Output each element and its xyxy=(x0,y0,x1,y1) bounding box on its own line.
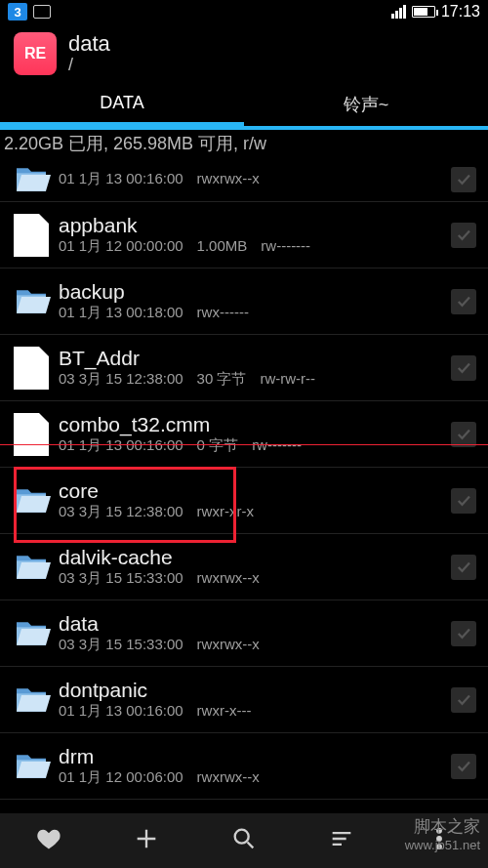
tab-data[interactable]: DATA xyxy=(0,81,244,126)
file-meta: 01 1月 12 00:06:00rwxrwx--x xyxy=(59,768,447,787)
list-item[interactable]: appbank01 1月 12 00:00:001.00MBrw------- xyxy=(0,202,488,269)
file-name: dalvik-cache xyxy=(59,546,447,569)
search-button[interactable] xyxy=(195,825,293,856)
folder-icon xyxy=(12,681,51,720)
list-item[interactable]: data03 3月 15 15:33:00rwxrwx--x xyxy=(0,600,488,667)
file-icon xyxy=(14,347,49,390)
file-meta: 01 1月 13 00:18:00rwx------ xyxy=(59,304,447,322)
file-list[interactable]: 01 1月 13 00:16:00rwxrwx--xappbank01 1月 1… xyxy=(0,157,488,800)
battery-icon xyxy=(412,6,435,18)
list-item[interactable]: backup01 1月 13 00:18:00rwx------ xyxy=(0,269,488,335)
folder-icon xyxy=(12,747,51,786)
file-name: backup xyxy=(59,280,447,304)
signal-icon xyxy=(391,5,406,19)
select-checkbox[interactable] xyxy=(451,422,476,447)
tab-ringtones[interactable]: 铃声~ xyxy=(244,81,488,126)
select-checkbox[interactable] xyxy=(451,223,476,248)
file-name: BT_Addr xyxy=(59,347,447,370)
select-checkbox[interactable] xyxy=(451,687,476,713)
list-item[interactable]: drm01 1月 12 00:06:00rwxrwx--x xyxy=(0,733,488,800)
tabs: DATA 铃声~ xyxy=(0,81,488,126)
folder-icon xyxy=(12,282,51,321)
file-meta: 01 1月 13 00:16:00rwxr-x--- xyxy=(59,702,447,721)
sort-icon xyxy=(328,825,355,856)
select-checkbox[interactable] xyxy=(451,488,476,514)
status-bar: 3 17:13 xyxy=(0,0,488,23)
add-button[interactable] xyxy=(98,825,195,856)
app-header: RE data / xyxy=(0,23,488,81)
select-checkbox[interactable] xyxy=(451,355,476,381)
folder-icon xyxy=(12,160,51,199)
file-meta: 01 1月 13 00:16:00rwxrwx--x xyxy=(59,170,447,188)
watermark-name: 脚本之家 xyxy=(405,815,480,838)
heart-icon xyxy=(35,825,62,856)
file-meta: 03 3月 15 12:38:00rwxr-xr-x xyxy=(59,503,447,521)
list-item[interactable]: dontpanic01 1月 13 00:16:00rwxr-x--- xyxy=(0,667,488,733)
folder-icon xyxy=(12,614,51,653)
plus-icon xyxy=(133,825,160,856)
select-checkbox[interactable] xyxy=(451,289,476,314)
notification-badge: 3 xyxy=(8,3,27,21)
select-checkbox[interactable] xyxy=(451,621,476,646)
file-name: combo_t32.cmm xyxy=(59,413,447,436)
file-name: dontpanic xyxy=(59,679,447,702)
file-name: appbank xyxy=(59,214,447,237)
app-icon: RE xyxy=(14,32,57,75)
folder-icon xyxy=(12,548,51,587)
bottom-toolbar: 脚本之家 www.jb51.net xyxy=(0,813,488,868)
favorite-button[interactable] xyxy=(0,825,98,856)
watermark-url: www.jb51.net xyxy=(405,838,480,852)
select-checkbox[interactable] xyxy=(451,555,476,580)
file-meta: 01 1月 13 00:16:000 字节rw------- xyxy=(59,436,447,455)
svg-point-0 xyxy=(235,830,249,844)
folder-icon xyxy=(12,481,51,520)
storage-status: 2.20GB 已用, 265.98MB 可用, r/w xyxy=(0,130,488,157)
file-meta: 03 3月 15 15:33:00rwxrwx--x xyxy=(59,569,447,588)
list-item[interactable]: core03 3月 15 12:38:00rwxr-xr-x xyxy=(0,468,488,534)
file-meta: 03 3月 15 12:38:0030 字节rw-rw-r-- xyxy=(59,370,447,389)
select-checkbox[interactable] xyxy=(451,167,476,192)
list-item[interactable]: dalvik-cache03 3月 15 15:33:00rwxrwx--x xyxy=(0,534,488,600)
list-item[interactable]: combo_t32.cmm01 1月 13 00:16:000 字节rw----… xyxy=(0,401,488,468)
file-name: core xyxy=(59,479,447,503)
select-checkbox[interactable] xyxy=(451,754,476,779)
file-meta: 01 1月 12 00:00:001.00MBrw------- xyxy=(59,237,447,256)
search-icon xyxy=(230,825,258,856)
sort-button[interactable] xyxy=(293,825,390,856)
annotation-line xyxy=(0,444,488,445)
status-time: 17:13 xyxy=(441,3,480,21)
file-name: data xyxy=(59,612,447,636)
file-icon xyxy=(14,413,49,456)
list-item[interactable]: BT_Addr03 3月 15 12:38:0030 字节rw-rw-r-- xyxy=(0,335,488,401)
watermark: 脚本之家 www.jb51.net xyxy=(405,815,480,852)
file-name: drm xyxy=(59,745,447,768)
file-icon xyxy=(14,214,49,257)
current-path: / xyxy=(68,55,110,75)
screenshot-icon xyxy=(33,5,51,19)
file-meta: 03 3月 15 15:33:00rwxrwx--x xyxy=(59,636,447,654)
page-title: data xyxy=(68,31,110,57)
list-item[interactable]: 01 1月 13 00:16:00rwxrwx--x xyxy=(0,157,488,202)
